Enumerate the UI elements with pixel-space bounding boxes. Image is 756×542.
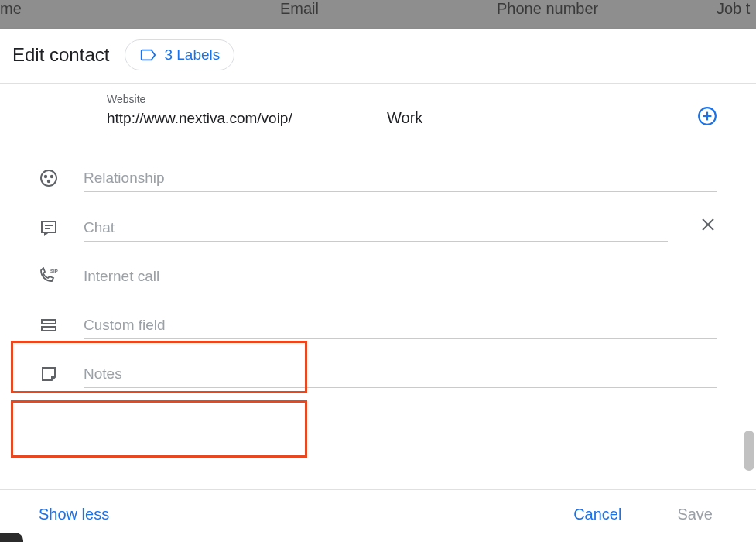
labels-chip[interactable]: 3 Labels <box>125 39 234 70</box>
website-label: Website <box>107 93 362 105</box>
dialog-title: Edit contact <box>12 44 109 66</box>
labels-chip-text: 3 Labels <box>164 46 220 63</box>
internet-call-row: SIP <box>37 265 717 290</box>
relationship-row <box>37 166 717 192</box>
website-row: Website <box>107 88 717 132</box>
save-button: Save <box>677 506 713 523</box>
column-name: me <box>0 0 22 18</box>
svg-rect-12 <box>42 320 56 324</box>
dialog-header: Edit contact 3 Labels <box>0 29 756 84</box>
sip-phone-icon: SIP <box>37 267 60 290</box>
scrollbar-thumb[interactable] <box>744 431 754 471</box>
plus-circle-icon <box>697 106 717 126</box>
svg-point-4 <box>45 176 46 177</box>
notes-row <box>37 362 717 388</box>
column-job: Job t <box>717 0 750 18</box>
cancel-button[interactable]: Cancel <box>573 506 621 523</box>
dialog-footer: Show less Cancel Save <box>0 489 756 542</box>
clear-chat-button[interactable] <box>699 215 717 242</box>
column-phone: Phone number <box>497 0 598 18</box>
custom-field-icon <box>37 316 60 339</box>
background-table-header: me Email Phone number Job t <box>0 0 756 29</box>
svg-point-6 <box>48 180 50 182</box>
custom-field-row <box>37 314 717 339</box>
internet-call-input[interactable] <box>84 265 717 290</box>
svg-text:SIP: SIP <box>50 269 58 273</box>
close-icon <box>699 215 717 234</box>
bottom-corner-decor <box>0 533 23 542</box>
relationship-icon <box>37 169 60 192</box>
svg-point-3 <box>41 170 56 186</box>
label-icon <box>139 46 156 63</box>
custom-field-input[interactable] <box>84 314 717 339</box>
svg-rect-13 <box>42 327 56 331</box>
chat-input[interactable] <box>84 216 668 242</box>
relationship-input[interactable] <box>84 166 717 192</box>
notes-input[interactable] <box>84 362 717 388</box>
chat-icon <box>37 218 60 242</box>
svg-point-5 <box>51 176 53 177</box>
website-type-input[interactable] <box>387 106 635 132</box>
add-website-button[interactable] <box>697 106 717 132</box>
dialog-body: Website <box>0 84 756 481</box>
column-email: Email <box>280 0 319 18</box>
website-input[interactable] <box>107 107 362 132</box>
show-less-button[interactable]: Show less <box>39 506 109 523</box>
notes-icon <box>37 365 60 388</box>
chat-row <box>37 215 717 242</box>
edit-contact-dialog: Edit contact 3 Labels Website <box>0 29 756 542</box>
